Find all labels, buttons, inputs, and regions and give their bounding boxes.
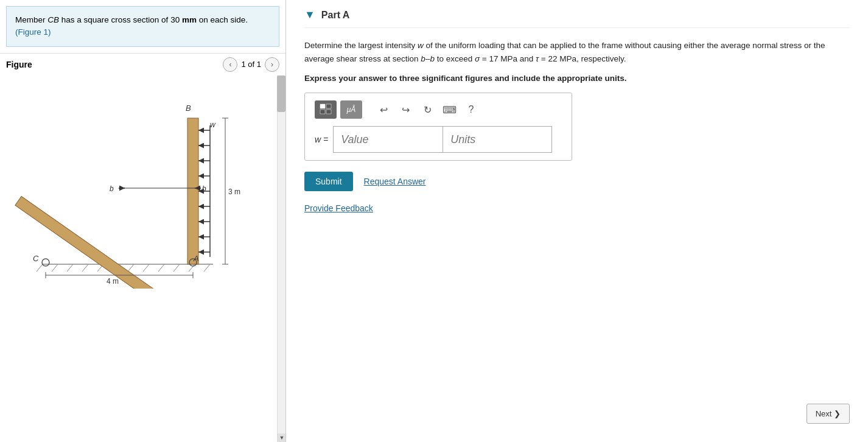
problem-text: Determine the largest intensity w of the… [304,39,850,65]
figure-canvas: B C A w [0,75,285,443]
answer-box: μÅ ↩ ↪ ↻ ⌨ ? w = [304,93,572,161]
svg-rect-41 [326,110,331,114]
figure-link[interactable]: (Figure 1) [15,27,51,37]
next-btn[interactable]: Next ❯ [807,404,850,424]
svg-line-10 [173,264,180,272]
value-input[interactable] [333,126,443,153]
label-b2: b [202,184,206,193]
refresh-btn[interactable]: ↻ [418,100,436,119]
keyboard-btn[interactable]: ⌨ [440,100,458,119]
label-C: C [33,254,39,263]
svg-line-1 [37,264,43,272]
format-btn-1[interactable] [315,100,337,119]
svg-line-11 [189,264,195,272]
input-row: w = [315,126,562,153]
dim-3m: 3 m [228,188,240,196]
redo-btn[interactable]: ↪ [396,100,415,119]
help-btn[interactable]: ? [462,100,480,119]
part-header: ▼ Part A [304,0,850,28]
svg-point-15 [42,259,49,266]
keyboard-icon: ⌨ [443,104,457,116]
feedback-link[interactable]: Provide Feedback [304,203,850,213]
svg-line-2 [52,264,58,272]
dim-4m: 4 m [107,277,119,286]
part-label: Part A [321,10,350,21]
next-figure-btn[interactable]: › [265,57,279,72]
request-answer-link[interactable]: Request Answer [364,177,426,186]
collapse-arrow[interactable]: ▼ [304,9,315,21]
info-box: Member CB has a square cross section of … [6,6,279,47]
svg-rect-13 [187,118,198,264]
w-label: w = [315,135,328,144]
format-btn-2[interactable]: μÅ [340,100,362,119]
svg-rect-38 [320,104,325,108]
submit-btn[interactable]: Submit [304,172,353,191]
figure-svg: B C A w [6,82,250,289]
label-b1: b [110,184,114,193]
label-B: B [186,103,191,113]
info-text: Member CB has a square cross section of … [15,15,248,24]
express-note: Express your answer to three significant… [304,74,850,83]
action-row: Submit Request Answer [304,172,850,191]
svg-line-9 [158,264,164,272]
svg-rect-40 [320,110,325,114]
format-icon-1 [320,103,332,116]
left-panel: Member CB has a square cross section of … [0,0,286,442]
figure-label: Figure [6,60,32,69]
figure-nav-text: 1 of 1 [241,60,261,69]
scrollbar-track: ▲ ▼ [277,75,285,443]
svg-rect-14 [15,196,161,289]
svg-line-12 [204,264,210,272]
figure-header: Figure ‹ 1 of 1 › [0,53,285,75]
label-A: A [193,254,199,263]
right-panel: ▼ Part A Determine the largest intensity… [286,0,868,442]
svg-rect-39 [326,104,331,108]
figure-svg-container: B C A w [0,75,274,303]
prev-figure-btn[interactable]: ‹ [223,57,237,72]
label-w: w [210,121,216,129]
answer-toolbar: μÅ ↩ ↪ ↻ ⌨ ? [315,100,562,119]
svg-line-8 [143,264,149,272]
scroll-down-btn[interactable]: ▼ [278,433,285,442]
scrollbar-thumb[interactable] [277,75,285,112]
mu-a-label: μÅ [347,105,356,114]
svg-line-3 [67,264,73,272]
svg-line-4 [82,264,88,272]
units-input[interactable] [443,126,552,153]
figure-nav: ‹ 1 of 1 › [223,57,279,72]
undo-btn[interactable]: ↩ [374,100,393,119]
figure-section: Figure ‹ 1 of 1 › [0,53,285,443]
svg-line-7 [128,264,134,272]
